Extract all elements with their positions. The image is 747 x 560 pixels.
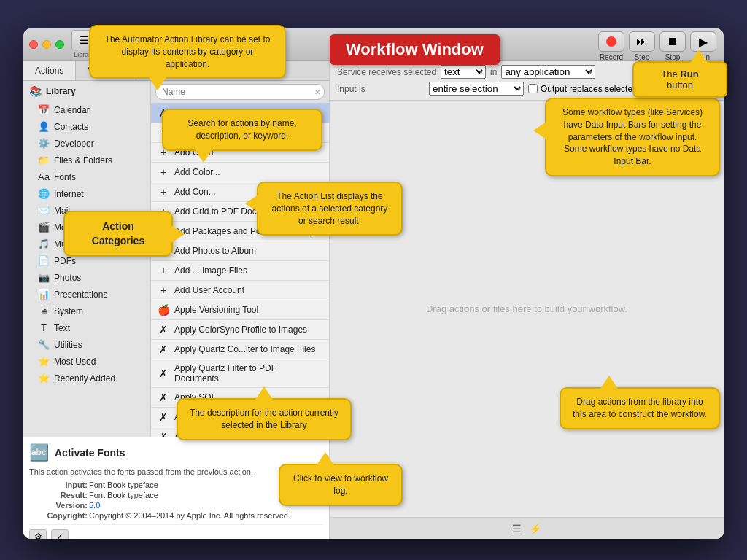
text-select[interactable]: text bbox=[441, 65, 486, 79]
action-add-image-files[interactable]: + Add ... Image Files bbox=[151, 261, 329, 281]
cat-calendar-label: Calendar bbox=[54, 105, 90, 115]
search-callout: Search for actions by name, description,… bbox=[162, 109, 322, 151]
run-callout-line2: button bbox=[667, 79, 693, 90]
add-color-icon: + bbox=[157, 166, 170, 178]
cat-contacts-label: Contacts bbox=[54, 122, 88, 132]
cat-internet-label: Internet bbox=[54, 189, 84, 199]
action-add-user-label: Add User Account bbox=[174, 285, 244, 295]
presentations-icon: 📊 bbox=[38, 289, 50, 300]
cat-internet[interactable]: 🌐 Internet bbox=[23, 185, 150, 202]
cat-utilities[interactable]: 🔧 Utilities bbox=[23, 336, 150, 353]
stop-label: Stop bbox=[665, 53, 681, 61]
add-user-icon: + bbox=[157, 284, 170, 296]
developer-icon: ⚙️ bbox=[38, 138, 50, 149]
cat-fonts[interactable]: Aa Fonts bbox=[23, 168, 150, 185]
data-input-callout-arrow bbox=[533, 122, 546, 139]
fonts-icon: Aa bbox=[38, 171, 50, 182]
cat-text[interactable]: T Text bbox=[23, 319, 150, 336]
service-label: Service receives selected bbox=[337, 67, 436, 77]
mail-icon: ✉️ bbox=[38, 205, 50, 216]
desc-check-button[interactable]: ✓ bbox=[51, 529, 69, 539]
action-list-callout-arrow bbox=[245, 195, 258, 212]
cat-photos[interactable]: 📷 Photos bbox=[23, 269, 150, 286]
cat-presentations[interactable]: 📊 Presentations bbox=[23, 286, 150, 303]
internet-icon: 🌐 bbox=[38, 188, 50, 199]
action-apply-quartz-filter[interactable]: ✗ Apply Quartz Co...lter to Image Files bbox=[151, 340, 329, 359]
data-input-callout-text: Some workflow types (like Services) have… bbox=[562, 107, 703, 166]
input-label: Input: bbox=[29, 481, 88, 489]
log-callout-arrow bbox=[317, 452, 334, 465]
description-callout-text: The description for the action currently… bbox=[190, 408, 338, 430]
close-button[interactable] bbox=[29, 40, 38, 49]
results-button[interactable]: ⚡ bbox=[529, 523, 541, 534]
text-icon: T bbox=[38, 322, 50, 333]
action-add-color[interactable]: + Add Color... bbox=[151, 163, 329, 182]
drag-callout: Drag actions from the library into this … bbox=[560, 387, 720, 429]
ask-f-icon: ✗ bbox=[157, 431, 170, 437]
record-icon bbox=[598, 31, 624, 52]
recently-added-icon: ⭐ bbox=[38, 373, 50, 384]
apply-sql-icon: ✗ bbox=[157, 392, 170, 403]
tab-actions[interactable]: Actions bbox=[23, 61, 76, 80]
cat-contacts[interactable]: 👤 Contacts bbox=[23, 118, 150, 135]
text-select-wrapper: text bbox=[441, 65, 486, 79]
selection-select-wrapper: entire selection bbox=[429, 82, 524, 96]
action-apple-versioning-label: Apple Versioning Tool bbox=[174, 305, 258, 315]
run-callout-arrow bbox=[690, 50, 708, 63]
output-replaces-checkbox[interactable] bbox=[528, 84, 538, 93]
library-callout-arrow bbox=[149, 77, 166, 90]
desc-header: 🔤 Activate Fonts bbox=[29, 443, 323, 462]
stop-icon: ⏹ bbox=[659, 31, 686, 52]
action-add-image-files-label: Add ... Image Files bbox=[174, 265, 247, 276]
workflow-bottom-bar: ☰ ⚡ bbox=[330, 517, 724, 539]
action-add-con-label: Add Con... bbox=[174, 187, 216, 197]
selection-select[interactable]: entire selection bbox=[429, 82, 524, 96]
apple-versioning-icon: 🍎 bbox=[157, 304, 170, 316]
action-apply-quartz-filter-label: Apply Quartz Co...lter to Image Files bbox=[174, 344, 315, 354]
search-callout-text: Search for actions by name, description,… bbox=[187, 118, 296, 141]
cat-developer[interactable]: ⚙️ Developer bbox=[23, 135, 150, 152]
cat-files[interactable]: 📁 Files & Folders bbox=[23, 152, 150, 168]
action-apply-colorsync[interactable]: ✗ Apply ColorSync Profile to Images bbox=[151, 320, 329, 340]
desc-icon: 🔤 bbox=[29, 443, 49, 462]
cat-recently-added[interactable]: ⭐ Recently Added bbox=[23, 370, 150, 386]
log-button[interactable]: ☰ bbox=[512, 523, 522, 534]
action-add-photos[interactable]: + Add Photos to Album bbox=[151, 241, 329, 261]
cat-text-label: Text bbox=[54, 323, 70, 333]
action-apply-quartz-pdf[interactable]: ✗ Apply Quartz Filter to PDF Documents bbox=[151, 359, 329, 388]
record-button[interactable]: Record bbox=[598, 31, 624, 61]
photos-icon: 📷 bbox=[38, 272, 50, 283]
version-label: Version: bbox=[29, 501, 88, 510]
library-callout-text: The Automator Action Library can be set … bbox=[105, 34, 271, 69]
stop-button[interactable]: ⏹ Stop bbox=[659, 31, 686, 61]
action-add-user[interactable]: + Add User Account bbox=[151, 281, 329, 300]
search-clear-button[interactable]: ✕ bbox=[314, 88, 320, 96]
drag-callout-arrow bbox=[600, 376, 618, 389]
run-callout-bold: Run bbox=[680, 69, 698, 79]
add-con-icon: + bbox=[157, 186, 170, 198]
system-icon: 🖥 bbox=[38, 306, 50, 316]
minimize-button[interactable] bbox=[42, 40, 51, 49]
cat-calendar[interactable]: 📅 Calendar bbox=[23, 101, 150, 118]
search-input[interactable] bbox=[155, 84, 325, 100]
action-apple-versioning[interactable]: 🍎 Apple Versioning Tool bbox=[151, 300, 329, 320]
maximize-button[interactable] bbox=[55, 40, 64, 49]
cat-most-used-label: Most Used bbox=[54, 357, 96, 367]
step-button[interactable]: ⏭ Step bbox=[629, 31, 655, 61]
record-label: Record bbox=[600, 53, 623, 61]
cat-pdfs-label: PDFs bbox=[54, 256, 76, 266]
cat-utilities-label: Utilities bbox=[54, 340, 82, 350]
add-image-files-icon: + bbox=[157, 265, 170, 276]
desc-settings-button[interactable]: ⚙ bbox=[29, 529, 47, 539]
categories-panel: 📚 Library 📅 Calendar 👤 Contacts ⚙️ bbox=[23, 81, 151, 437]
cat-recently-added-label: Recently Added bbox=[54, 373, 115, 384]
run-callout-line1: The bbox=[661, 69, 677, 79]
action-apply-colorsync-label: Apply ColorSync Profile to Images bbox=[174, 324, 307, 335]
cat-system[interactable]: 🖥 System bbox=[23, 303, 150, 319]
cat-system-label: System bbox=[54, 306, 83, 316]
library-callout: The Automator Action Library can be set … bbox=[89, 25, 286, 79]
data-input-callout: Some workflow types (like Services) have… bbox=[545, 98, 720, 176]
log-callout-text: Click to view to workflow log. bbox=[293, 473, 388, 496]
cat-most-used[interactable]: ⭐ Most Used bbox=[23, 353, 150, 370]
app-select[interactable]: any application bbox=[501, 65, 595, 79]
